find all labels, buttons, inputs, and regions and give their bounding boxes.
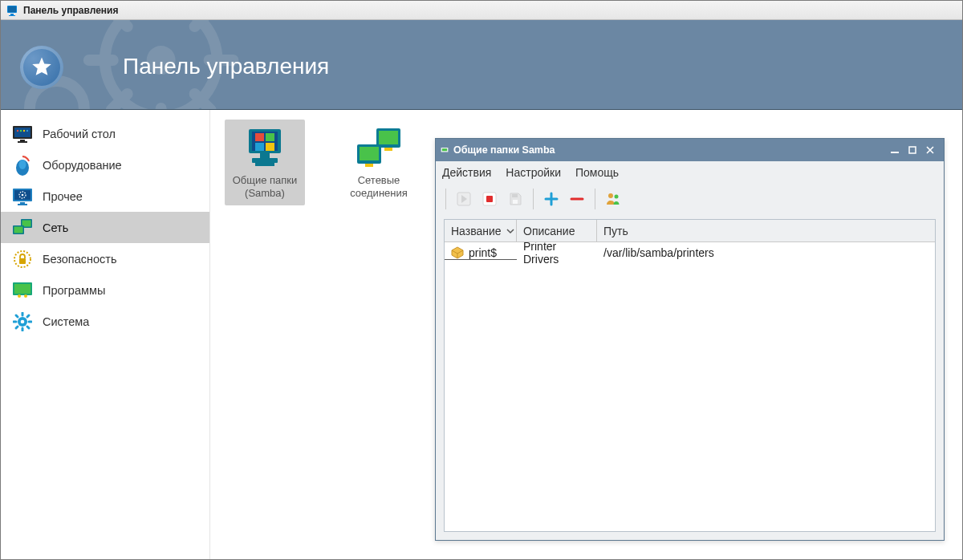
hardware-icon xyxy=(10,155,35,176)
column-description[interactable]: Описание xyxy=(517,220,597,241)
samba-icon xyxy=(239,126,291,171)
svg-rect-56 xyxy=(266,143,274,151)
dialog-title: Общие папки Samba xyxy=(453,144,555,156)
add-button[interactable] xyxy=(540,188,563,210)
sidebar-item-label: Рабочий стол xyxy=(43,128,116,140)
share-icon xyxy=(451,246,464,259)
svg-line-46 xyxy=(16,315,18,317)
window-title: Панель управления xyxy=(23,5,118,16)
sidebar-item-label: Безопасность xyxy=(43,253,117,266)
svg-rect-54 xyxy=(266,133,274,141)
svg-line-48 xyxy=(16,327,18,328)
category-label: Общие папки (Samba) xyxy=(225,174,305,205)
svg-line-11 xyxy=(195,94,211,110)
sidebar-item-system[interactable]: Система xyxy=(1,306,209,337)
save-button[interactable] xyxy=(504,188,526,210)
svg-point-18 xyxy=(20,129,22,131)
svg-rect-55 xyxy=(255,143,264,151)
other-icon xyxy=(10,186,35,207)
close-button[interactable] xyxy=(921,142,939,158)
sidebar-item-network[interactable]: Сеть xyxy=(1,212,209,243)
svg-rect-22 xyxy=(18,141,27,143)
svg-point-40 xyxy=(24,294,27,298)
cell-path: /var/lib/samba/printers xyxy=(603,246,714,259)
svg-rect-64 xyxy=(384,148,392,151)
app-icon xyxy=(6,4,18,17)
svg-rect-69 xyxy=(909,147,916,153)
sidebar-item-hardware[interactable]: Оборудование xyxy=(1,149,209,181)
svg-point-50 xyxy=(21,319,25,323)
remove-button[interactable] xyxy=(566,188,588,210)
users-button[interactable] xyxy=(602,188,624,210)
column-label: Путь xyxy=(603,225,628,237)
window-titlebar[interactable]: Панель управления xyxy=(1,1,962,20)
svg-rect-2 xyxy=(10,14,14,15)
toolbar xyxy=(436,184,944,214)
sidebar-item-other[interactable]: Прочее xyxy=(1,181,209,212)
stop-button[interactable] xyxy=(478,188,501,210)
svg-point-75 xyxy=(608,193,613,198)
svg-rect-21 xyxy=(20,140,25,141)
table-row[interactable]: print$ Printer Drivers /var/lib/samba/pr… xyxy=(445,242,935,263)
svg-line-10 xyxy=(112,20,128,26)
menu-help[interactable]: Помощь xyxy=(575,166,619,179)
svg-rect-3 xyxy=(9,15,15,16)
sidebar-item-desktop[interactable]: Рабочий стол xyxy=(1,118,209,149)
samba-shares-dialog: Общие папки Samba Действия Настройки Пом… xyxy=(435,138,945,541)
column-path[interactable]: Путь xyxy=(597,220,935,241)
svg-rect-1 xyxy=(8,6,16,12)
menu-settings[interactable]: Настройки xyxy=(506,166,561,179)
svg-rect-58 xyxy=(252,158,278,163)
svg-line-12 xyxy=(112,94,128,110)
menubar: Действия Настройки Помощь xyxy=(436,161,944,184)
sidebar-item-label: Прочее xyxy=(43,190,83,203)
svg-rect-72 xyxy=(486,196,493,202)
maximize-button[interactable] xyxy=(904,142,921,158)
sidebar-item-label: Сеть xyxy=(43,221,68,234)
svg-rect-16 xyxy=(14,128,30,137)
menu-actions[interactable]: Действия xyxy=(442,166,491,179)
svg-rect-53 xyxy=(255,133,264,141)
sidebar: Рабочий стол Оборудование Прочее Сеть xyxy=(1,110,210,559)
svg-line-47 xyxy=(27,327,29,328)
svg-rect-73 xyxy=(512,194,518,197)
category-network-connections[interactable]: Сетевые соединения xyxy=(339,120,419,205)
svg-rect-36 xyxy=(19,258,26,264)
sidebar-item-software[interactable]: Программы xyxy=(1,274,209,306)
shares-table: Название Описание Путь print$ Pr xyxy=(444,219,936,532)
star-badge-icon xyxy=(20,46,63,89)
sort-indicator-icon xyxy=(506,225,514,237)
dialog-titlebar[interactable]: Общие папки Samba xyxy=(436,139,944,161)
svg-rect-57 xyxy=(260,153,270,158)
sidebar-item-security[interactable]: Безопасность xyxy=(1,243,209,274)
software-icon xyxy=(10,280,35,301)
svg-rect-38 xyxy=(14,284,30,294)
category-label: Сетевые соединения xyxy=(339,174,419,205)
system-icon xyxy=(10,311,35,332)
category-samba-shares[interactable]: Общие папки (Samba) xyxy=(225,120,305,205)
desktop-icon xyxy=(10,124,35,144)
svg-rect-29 xyxy=(20,202,25,204)
svg-rect-61 xyxy=(379,131,398,144)
minimize-button[interactable] xyxy=(886,142,904,158)
svg-rect-59 xyxy=(255,163,274,166)
sidebar-item-label: Программы xyxy=(43,284,105,297)
column-label: Название xyxy=(451,225,502,237)
start-button[interactable] xyxy=(453,188,475,210)
security-icon xyxy=(10,249,35,270)
svg-rect-34 xyxy=(14,226,23,233)
column-name[interactable]: Название xyxy=(445,220,517,241)
svg-rect-65 xyxy=(365,164,373,167)
svg-point-19 xyxy=(23,129,25,131)
svg-point-39 xyxy=(18,294,21,298)
svg-rect-74 xyxy=(513,200,518,204)
svg-point-17 xyxy=(17,129,18,131)
banner-title: Панель управления xyxy=(123,54,329,79)
svg-point-20 xyxy=(26,129,28,131)
svg-point-24 xyxy=(19,160,26,169)
table-header-row: Название Описание Путь xyxy=(445,220,935,242)
svg-rect-67 xyxy=(442,148,447,151)
svg-line-13 xyxy=(195,20,211,26)
svg-point-76 xyxy=(615,195,619,199)
network-icon xyxy=(10,217,35,238)
